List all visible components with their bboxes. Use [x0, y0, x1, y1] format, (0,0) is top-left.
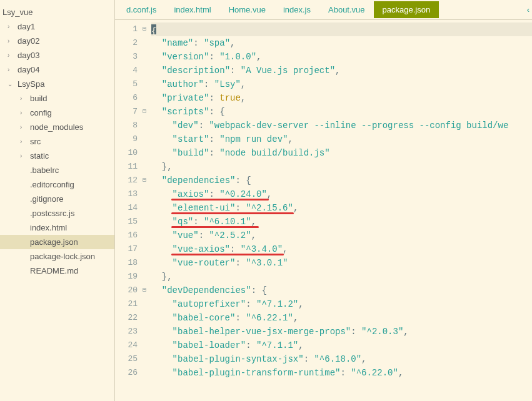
tree-folder[interactable]: ›day04 [0, 62, 114, 77]
chevron-right-icon: › [8, 52, 16, 59]
tree-file[interactable]: .babelrc [0, 163, 114, 177]
annotation-underline [171, 226, 259, 228]
tree-item-label: .gitignore [30, 194, 63, 204]
fold-toggle-icon [143, 77, 151, 91]
fold-toggle-icon[interactable]: ⊟ [143, 174, 151, 187]
tree-folder[interactable]: ›day03 [0, 48, 114, 62]
tree-folder[interactable]: ›day02 [0, 34, 114, 48]
tree-folder[interactable]: ⌄LsySpa [0, 77, 114, 91]
tree-item-label: package.json [30, 237, 78, 247]
code-line[interactable]: "devDependencies": { [151, 284, 532, 297]
tree-item-label: README.md [30, 266, 78, 275]
tree-file[interactable]: .editorconfig [0, 177, 114, 192]
tree-folder[interactable]: ›node_modules [0, 120, 114, 134]
tree-item-label: package-lock.json [30, 252, 95, 261]
fold-toggle-icon [143, 256, 151, 270]
code-line[interactable]: "author": "Lsy", [151, 77, 532, 91]
fold-toggle-icon [143, 119, 151, 132]
fold-toggle-icon[interactable]: ⊟ [143, 105, 151, 119]
fold-toggle-icon[interactable]: ⊟ [143, 284, 151, 297]
fold-toggle-icon [143, 160, 151, 174]
code-line[interactable]: { [151, 22, 532, 36]
code-line[interactable]: "babel-helper-vue-jsx-merge-props": "^2.… [151, 325, 532, 339]
editor-tab[interactable]: index.js [274, 1, 319, 18]
tree-root-label: Lsy_vue [3, 7, 33, 17]
code-editor[interactable]: 1234567891011121314151617181920212223242… [115, 20, 532, 401]
chevron-down-icon: ⌄ [8, 81, 16, 87]
code-line[interactable]: }, [151, 160, 532, 174]
fold-toggle-icon [143, 242, 151, 256]
code-line[interactable]: "name": "spa", [151, 36, 532, 50]
fold-toggle-icon[interactable]: ⊟ [143, 22, 151, 36]
code-line[interactable]: "babel-loader": "^7.1.1", [151, 339, 532, 352]
fold-toggle-icon [143, 297, 151, 311]
code-line[interactable]: "build": "node build/build.js" [151, 146, 532, 160]
editor-tab[interactable]: d.conf.js [118, 1, 165, 18]
code-line[interactable]: "vue-router": "^3.0.1" [151, 256, 532, 270]
tree-file[interactable]: package.json [0, 235, 114, 249]
tree-folder[interactable]: ›config [0, 106, 114, 120]
tree-item-label: day1 [18, 22, 35, 31]
tree-item-label: .postcssrc.js [30, 209, 75, 218]
fold-toggle-icon [143, 325, 151, 339]
code-line[interactable]: "qs": "^6.10.1", [151, 215, 532, 229]
tab-scroll-left-icon[interactable]: ‹ [524, 5, 532, 14]
chevron-right-icon: › [20, 95, 29, 102]
tree-folder[interactable]: ›static [0, 149, 114, 163]
code-line[interactable]: "vue-axios": "^3.4.0", [151, 242, 532, 256]
fold-toggle-icon [143, 187, 151, 201]
tree-file[interactable]: .gitignore [0, 192, 114, 206]
chevron-right-icon: › [8, 66, 16, 73]
fold-toggle-icon [143, 91, 151, 105]
fold-toggle-icon [143, 146, 151, 160]
tree-file[interactable]: index.html [0, 220, 114, 235]
code-line[interactable]: "scripts": { [151, 105, 532, 119]
code-line[interactable]: "element-ui": "^2.15.6", [151, 201, 532, 215]
code-line[interactable]: "version": "1.0.0", [151, 50, 532, 64]
tree-folder[interactable]: ›src [0, 134, 114, 149]
tree-item-label: .editorconfig [30, 180, 74, 189]
fold-toggle-icon [143, 366, 151, 380]
tree-item-label: day03 [18, 51, 39, 60]
code-line[interactable]: "axios": "^0.24.0", [151, 187, 532, 201]
code-line[interactable]: "private": true, [151, 91, 532, 105]
tree-file[interactable]: .postcssrc.js [0, 206, 114, 220]
code-line[interactable]: "vue": "^2.5.2", [151, 229, 532, 242]
tree-folder[interactable]: ›day1 [0, 19, 114, 34]
tree-folder[interactable]: ›build [0, 91, 114, 106]
code-line[interactable]: "description": "A Vue.js project", [151, 64, 532, 77]
tree-item-label: static [30, 151, 49, 161]
code-line[interactable]: "babel-core": "^6.22.1", [151, 311, 532, 325]
fold-toggle-icon [143, 50, 151, 64]
code-line[interactable]: "start": "npm run dev", [151, 132, 532, 146]
fold-toggle-icon [143, 215, 151, 229]
tree-item-label: src [30, 137, 41, 146]
editor-tab[interactable]: package.json [374, 1, 439, 18]
fold-toggle-icon [143, 339, 151, 352]
code-line[interactable]: "autoprefixer": "^7.1.2", [151, 297, 532, 311]
fold-toggle-icon [143, 201, 151, 215]
chevron-right-icon: › [8, 37, 16, 44]
editor-tab[interactable]: About.vue [319, 1, 374, 18]
tree-item-label: LsySpa [18, 79, 44, 89]
code-line[interactable]: "babel-plugin-syntax-jsx": "^6.18.0", [151, 352, 532, 366]
file-tree-sidebar: Lsy_vue ›day1›day02›day03›day04⌄LsySpa›b… [0, 0, 115, 401]
tree-root[interactable]: Lsy_vue [0, 5, 114, 19]
tree-file[interactable]: README.md [0, 264, 114, 278]
code-line[interactable]: "babel-plugin-transform-runtime": "^6.22… [151, 366, 532, 380]
tree-item-label: build [30, 94, 47, 103]
annotation-underline [171, 254, 284, 255]
chevron-right-icon: › [20, 124, 29, 131]
editor-tab[interactable]: Home.vue [220, 1, 274, 18]
chevron-right-icon: › [20, 109, 29, 116]
code-line[interactable]: "dev": "webpack-dev-server --inline --pr… [151, 119, 532, 132]
editor-tab[interactable]: index.html [165, 1, 219, 18]
tree-item-label: day02 [18, 36, 39, 46]
chevron-right-icon: › [8, 23, 16, 30]
code-content[interactable]: { "name": "spa", "version": "1.0.0", "de… [151, 20, 532, 401]
code-line[interactable]: }, [151, 270, 532, 284]
code-line[interactable]: "dependencies": { [151, 174, 532, 187]
tree-item-label: .babelrc [30, 166, 59, 175]
tree-file[interactable]: package-lock.json [0, 249, 114, 264]
fold-gutter: ⊟⊟⊟⊟ [143, 20, 151, 401]
